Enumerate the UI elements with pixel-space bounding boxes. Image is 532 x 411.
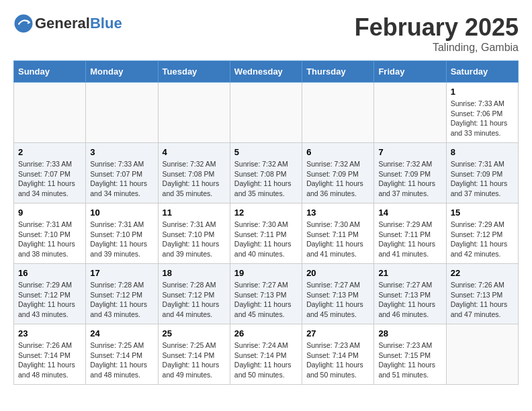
day-number: 27 <box>306 328 369 338</box>
day-number: 20 <box>306 268 369 278</box>
calendar-cell <box>158 83 230 143</box>
calendar-cell <box>86 83 158 143</box>
calendar-cell: 2Sunrise: 7:33 AM Sunset: 7:07 PM Daylig… <box>14 143 86 203</box>
calendar-cell <box>302 83 374 143</box>
logo: GeneralBlue <box>13 13 122 34</box>
day-number: 9 <box>18 208 81 218</box>
day-number: 5 <box>234 147 298 157</box>
day-number: 10 <box>90 208 153 218</box>
day-number: 17 <box>90 268 153 278</box>
calendar-cell: 10Sunrise: 7:31 AM Sunset: 7:10 PM Dayli… <box>86 203 158 264</box>
day-info: Sunrise: 7:31 AM Sunset: 7:10 PM Dayligh… <box>90 220 153 259</box>
day-info: Sunrise: 7:27 AM Sunset: 7:13 PM Dayligh… <box>234 280 298 320</box>
calendar-cell: 4Sunrise: 7:32 AM Sunset: 7:08 PM Daylig… <box>158 143 230 203</box>
calendar-cell <box>230 83 302 143</box>
calendar-cell: 5Sunrise: 7:32 AM Sunset: 7:08 PM Daylig… <box>230 143 302 203</box>
day-number: 2 <box>18 147 81 157</box>
day-info: Sunrise: 7:24 AM Sunset: 7:14 PM Dayligh… <box>234 340 298 380</box>
day-info: Sunrise: 7:25 AM Sunset: 7:14 PM Dayligh… <box>163 340 226 380</box>
day-number: 3 <box>90 147 153 157</box>
calendar-cell: 21Sunrise: 7:27 AM Sunset: 7:13 PM Dayli… <box>374 264 446 324</box>
day-info: Sunrise: 7:32 AM Sunset: 7:08 PM Dayligh… <box>234 159 298 199</box>
calendar-cell: 11Sunrise: 7:31 AM Sunset: 7:10 PM Dayli… <box>158 203 230 264</box>
calendar-cell: 23Sunrise: 7:26 AM Sunset: 7:14 PM Dayli… <box>14 324 86 385</box>
day-info: Sunrise: 7:33 AM Sunset: 7:07 PM Dayligh… <box>18 159 81 199</box>
day-info: Sunrise: 7:26 AM Sunset: 7:14 PM Dayligh… <box>18 340 81 380</box>
calendar-week-3: 9Sunrise: 7:31 AM Sunset: 7:10 PM Daylig… <box>14 203 519 264</box>
calendar-cell: 17Sunrise: 7:28 AM Sunset: 7:12 PM Dayli… <box>86 264 158 324</box>
calendar-cell <box>14 83 86 143</box>
day-number: 19 <box>234 268 298 278</box>
weekday-header-friday: Friday <box>374 61 446 83</box>
calendar-cell: 18Sunrise: 7:28 AM Sunset: 7:12 PM Dayli… <box>158 264 230 324</box>
calendar-cell: 27Sunrise: 7:23 AM Sunset: 7:14 PM Dayli… <box>302 324 374 385</box>
calendar-week-4: 16Sunrise: 7:29 AM Sunset: 7:12 PM Dayli… <box>14 264 519 324</box>
page-header: GeneralBlue February 2025 Talinding, Gam… <box>13 13 519 54</box>
calendar-cell: 25Sunrise: 7:25 AM Sunset: 7:14 PM Dayli… <box>158 324 230 385</box>
day-info: Sunrise: 7:31 AM Sunset: 7:10 PM Dayligh… <box>163 220 226 259</box>
calendar-cell: 15Sunrise: 7:29 AM Sunset: 7:12 PM Dayli… <box>446 203 518 264</box>
weekday-header-tuesday: Tuesday <box>158 61 230 83</box>
month-year: February 2025 <box>355 13 519 42</box>
calendar-cell: 19Sunrise: 7:27 AM Sunset: 7:13 PM Dayli… <box>230 264 302 324</box>
day-number: 28 <box>378 328 441 338</box>
day-info: Sunrise: 7:25 AM Sunset: 7:14 PM Dayligh… <box>90 340 153 380</box>
calendar-cell: 28Sunrise: 7:23 AM Sunset: 7:15 PM Dayli… <box>374 324 446 385</box>
location: Talinding, Gambia <box>355 42 519 54</box>
calendar-cell: 8Sunrise: 7:31 AM Sunset: 7:09 PM Daylig… <box>446 143 518 203</box>
day-number: 22 <box>451 268 514 278</box>
logo-blue: Blue <box>90 15 122 32</box>
svg-point-0 <box>15 15 33 33</box>
day-number: 25 <box>163 328 226 338</box>
day-info: Sunrise: 7:28 AM Sunset: 7:12 PM Dayligh… <box>163 280 226 320</box>
calendar-week-1: 1Sunrise: 7:33 AM Sunset: 7:06 PM Daylig… <box>14 83 519 143</box>
calendar-cell: 22Sunrise: 7:26 AM Sunset: 7:13 PM Dayli… <box>446 264 518 324</box>
day-info: Sunrise: 7:23 AM Sunset: 7:14 PM Dayligh… <box>306 340 369 380</box>
day-number: 24 <box>90 328 153 338</box>
day-info: Sunrise: 7:32 AM Sunset: 7:09 PM Dayligh… <box>378 159 441 199</box>
day-info: Sunrise: 7:33 AM Sunset: 7:06 PM Dayligh… <box>451 99 514 138</box>
day-number: 4 <box>163 147 226 157</box>
calendar-cell: 12Sunrise: 7:30 AM Sunset: 7:11 PM Dayli… <box>230 203 302 264</box>
calendar-cell: 13Sunrise: 7:30 AM Sunset: 7:11 PM Dayli… <box>302 203 374 264</box>
calendar-table: SundayMondayTuesdayWednesdayThursdayFrid… <box>13 60 519 385</box>
day-info: Sunrise: 7:28 AM Sunset: 7:12 PM Dayligh… <box>90 280 153 320</box>
day-number: 26 <box>234 328 298 338</box>
day-number: 11 <box>163 208 226 218</box>
calendar-cell: 20Sunrise: 7:27 AM Sunset: 7:13 PM Dayli… <box>302 264 374 324</box>
weekday-header-thursday: Thursday <box>302 61 374 83</box>
day-info: Sunrise: 7:31 AM Sunset: 7:09 PM Dayligh… <box>451 159 514 199</box>
day-number: 7 <box>378 147 441 157</box>
day-number: 8 <box>451 147 514 157</box>
calendar-cell: 7Sunrise: 7:32 AM Sunset: 7:09 PM Daylig… <box>374 143 446 203</box>
weekday-header-sunday: Sunday <box>14 61 86 83</box>
day-info: Sunrise: 7:29 AM Sunset: 7:11 PM Dayligh… <box>378 220 441 259</box>
day-number: 21 <box>378 268 441 278</box>
day-info: Sunrise: 7:31 AM Sunset: 7:10 PM Dayligh… <box>18 220 81 259</box>
calendar-cell <box>374 83 446 143</box>
day-info: Sunrise: 7:27 AM Sunset: 7:13 PM Dayligh… <box>306 280 369 320</box>
calendar-cell: 26Sunrise: 7:24 AM Sunset: 7:14 PM Dayli… <box>230 324 302 385</box>
day-info: Sunrise: 7:32 AM Sunset: 7:08 PM Dayligh… <box>163 159 226 199</box>
day-number: 15 <box>451 208 514 218</box>
title-block: February 2025 Talinding, Gambia <box>355 13 519 54</box>
day-number: 14 <box>378 208 441 218</box>
day-number: 16 <box>18 268 81 278</box>
day-number: 18 <box>163 268 226 278</box>
weekday-header-wednesday: Wednesday <box>230 61 302 83</box>
weekday-header-row: SundayMondayTuesdayWednesdayThursdayFrid… <box>14 61 519 83</box>
calendar-cell: 16Sunrise: 7:29 AM Sunset: 7:12 PM Dayli… <box>14 264 86 324</box>
calendar-cell: 9Sunrise: 7:31 AM Sunset: 7:10 PM Daylig… <box>14 203 86 264</box>
logo-icon <box>13 13 34 34</box>
day-info: Sunrise: 7:30 AM Sunset: 7:11 PM Dayligh… <box>234 220 298 259</box>
calendar-cell <box>446 324 518 385</box>
day-info: Sunrise: 7:29 AM Sunset: 7:12 PM Dayligh… <box>451 220 514 259</box>
day-info: Sunrise: 7:29 AM Sunset: 7:12 PM Dayligh… <box>18 280 81 320</box>
day-info: Sunrise: 7:30 AM Sunset: 7:11 PM Dayligh… <box>306 220 369 259</box>
weekday-header-saturday: Saturday <box>446 61 518 83</box>
day-number: 6 <box>306 147 369 157</box>
calendar-cell: 6Sunrise: 7:32 AM Sunset: 7:09 PM Daylig… <box>302 143 374 203</box>
day-info: Sunrise: 7:26 AM Sunset: 7:13 PM Dayligh… <box>451 280 514 320</box>
day-number: 12 <box>234 208 298 218</box>
calendar-week-2: 2Sunrise: 7:33 AM Sunset: 7:07 PM Daylig… <box>14 143 519 203</box>
